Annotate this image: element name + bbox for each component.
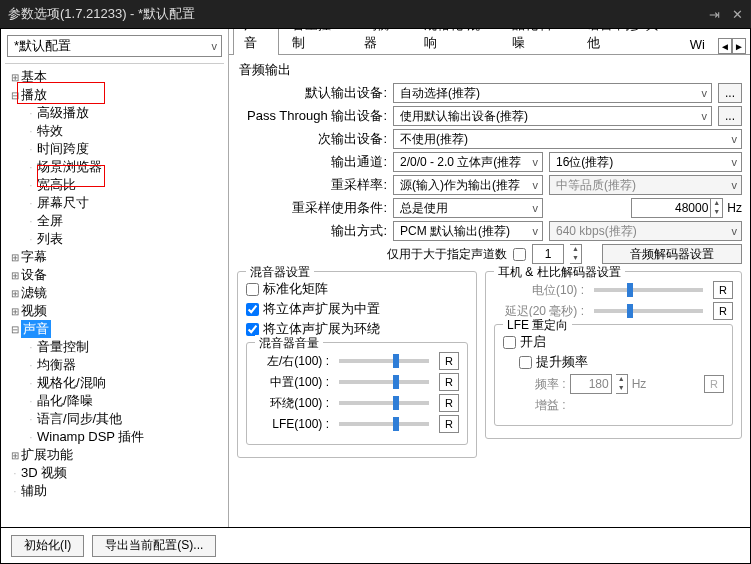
tree-item-10[interactable]: ⊞字幕 (9, 248, 222, 266)
tree-expand-icon[interactable]: · (25, 198, 37, 209)
tab-2[interactable]: 均衡器 (353, 29, 411, 55)
tree-item-13[interactable]: ⊞视频 (9, 302, 222, 320)
tree-item-1[interactable]: ⊟播放 (9, 86, 222, 104)
tree-expand-icon[interactable]: · (25, 234, 37, 245)
combo-quality: 中等品质(推荐)v (549, 175, 742, 195)
slider-mid[interactable] (339, 380, 429, 384)
reset-mid[interactable]: R (439, 373, 459, 391)
tab-3[interactable]: 规格化/混响 (413, 29, 498, 55)
chk-expand-mid[interactable] (246, 303, 259, 316)
chk-expand-sur[interactable] (246, 323, 259, 336)
tab-scroll-left[interactable]: ◄ (718, 38, 732, 54)
tree-item-14[interactable]: ⊟声音 (9, 320, 222, 338)
tree-item-3[interactable]: ·特效 (25, 122, 222, 140)
tree-expand-icon[interactable]: ⊞ (9, 270, 21, 281)
tree-item-6[interactable]: ·宽高比 (25, 176, 222, 194)
tree-item-21[interactable]: ⊞扩展功能 (9, 446, 222, 464)
spinner-lfe-freq[interactable]: ▲▼ (616, 374, 628, 394)
tab-1[interactable]: 音量控制 (281, 29, 351, 55)
reset-lr[interactable]: R (439, 352, 459, 370)
tree-item-18[interactable]: ·晶化/降噪 (25, 392, 222, 410)
tree-item-11[interactable]: ⊞设备 (9, 266, 222, 284)
close-icon[interactable]: ✕ (732, 7, 743, 22)
tree-item-15[interactable]: ·音量控制 (25, 338, 222, 356)
tree-expand-icon[interactable]: · (25, 414, 37, 425)
tree-item-20[interactable]: ·Winamp DSP 插件 (25, 428, 222, 446)
tree-expand-icon[interactable]: ⊞ (9, 306, 21, 317)
slider-delay[interactable] (594, 309, 703, 313)
tree-item-12[interactable]: ⊞滤镜 (9, 284, 222, 302)
slider-lr[interactable] (339, 359, 429, 363)
tree-expand-icon[interactable]: · (25, 126, 37, 137)
spinner-hz[interactable]: ▲▼ (711, 198, 723, 218)
tab-5[interactable]: 语言/同步/其他 (576, 29, 677, 55)
combo-passthrough[interactable]: 使用默认输出设备(推荐)v (393, 106, 712, 126)
btn-default-device-more[interactable]: ... (718, 83, 742, 103)
tab-scroll-right[interactable]: ► (732, 38, 746, 54)
reset-delay[interactable]: R (713, 302, 733, 320)
spinner-channel-threshold[interactable]: ▲▼ (570, 244, 582, 264)
input-channel-threshold[interactable]: 1 (532, 244, 564, 264)
config-selector[interactable]: *默认配置 v (7, 35, 222, 57)
tree-expand-icon[interactable]: ⊞ (9, 72, 21, 83)
tree-expand-icon[interactable]: ⊞ (9, 252, 21, 263)
tree-item-17[interactable]: ·规格化/混响 (25, 374, 222, 392)
tree-expand-icon[interactable]: · (9, 486, 21, 497)
slider-pot[interactable] (594, 288, 703, 292)
reset-lfe-freq[interactable]: R (704, 375, 724, 393)
input-lfe-freq[interactable]: 180 (570, 374, 612, 394)
btn-export-config[interactable]: 导出当前配置(S)... (92, 535, 216, 557)
pin-icon[interactable]: ⇥ (709, 7, 720, 22)
combo-default-device[interactable]: 自动选择(推荐)v (393, 83, 712, 103)
chk-lfe-enable[interactable] (503, 336, 516, 349)
combo-secondary[interactable]: 不使用(推荐)v (393, 129, 742, 149)
combo-bits[interactable]: 16位(推荐)v (549, 152, 742, 172)
tree-item-4[interactable]: ·时间跨度 (25, 140, 222, 158)
slider-lfe[interactable] (339, 422, 429, 426)
chk-boost-freq[interactable] (519, 356, 532, 369)
fieldset-mixer: 混音器设置 标准化矩阵 将立体声扩展为中置 将立体声扩展为环绕 混音器音量 左/… (237, 271, 477, 458)
reset-sur[interactable]: R (439, 394, 459, 412)
combo-output-mode[interactable]: PCM 默认输出(推荐)v (393, 221, 543, 241)
tree-expand-icon[interactable]: · (25, 432, 37, 443)
tree-expand-icon[interactable]: ⊟ (9, 324, 21, 335)
tree-expand-icon[interactable]: ⊞ (9, 288, 21, 299)
tree-expand-icon[interactable]: · (25, 216, 37, 227)
combo-resample[interactable]: 源(输入)作为输出(推荐v (393, 175, 543, 195)
tree-item-0[interactable]: ⊞基本 (9, 68, 222, 86)
tree-item-7[interactable]: ·屏幕尺寸 (25, 194, 222, 212)
btn-passthrough-more[interactable]: ... (718, 106, 742, 126)
tree-expand-icon[interactable]: · (25, 396, 37, 407)
tree-item-23[interactable]: ·辅助 (9, 482, 222, 500)
tree-expand-icon[interactable]: · (25, 360, 37, 371)
tree-item-5[interactable]: ·场景浏览器 (25, 158, 222, 176)
btn-initialize[interactable]: 初始化(I) (11, 535, 84, 557)
tab-0[interactable]: 声音 (233, 29, 279, 55)
input-hz[interactable]: 48000 (631, 198, 711, 218)
slider-sur[interactable] (339, 401, 429, 405)
btn-decoder-settings[interactable]: 音频解码器设置 (602, 244, 742, 264)
tree-item-22[interactable]: ·3D 视频 (9, 464, 222, 482)
tree-item-2[interactable]: ·高级播放 (25, 104, 222, 122)
tree-expand-icon[interactable]: · (25, 342, 37, 353)
tree-expand-icon[interactable]: ⊞ (9, 450, 21, 461)
tree-expand-icon[interactable]: ⊟ (9, 90, 21, 101)
chk-channel-threshold[interactable] (513, 248, 526, 261)
reset-pot[interactable]: R (713, 281, 733, 299)
tree-expand-icon[interactable]: · (25, 162, 37, 173)
tree-expand-icon[interactable]: · (9, 468, 21, 479)
tab-4[interactable]: 晶化/降噪 (501, 29, 574, 55)
tree-expand-icon[interactable]: · (25, 108, 37, 119)
tab-6[interactable]: Wi (679, 32, 716, 55)
tree-item-9[interactable]: ·列表 (25, 230, 222, 248)
chk-normalize[interactable] (246, 283, 259, 296)
reset-lfe[interactable]: R (439, 415, 459, 433)
combo-channel[interactable]: 2/0/0 - 2.0 立体声(推荐v (393, 152, 543, 172)
combo-resample-cond[interactable]: 总是使用v (393, 198, 543, 218)
tree-expand-icon[interactable]: · (25, 180, 37, 191)
tree-item-19[interactable]: ·语言/同步/其他 (25, 410, 222, 428)
tree-item-8[interactable]: ·全屏 (25, 212, 222, 230)
tree-expand-icon[interactable]: · (25, 378, 37, 389)
tree-item-16[interactable]: ·均衡器 (25, 356, 222, 374)
tree-expand-icon[interactable]: · (25, 144, 37, 155)
